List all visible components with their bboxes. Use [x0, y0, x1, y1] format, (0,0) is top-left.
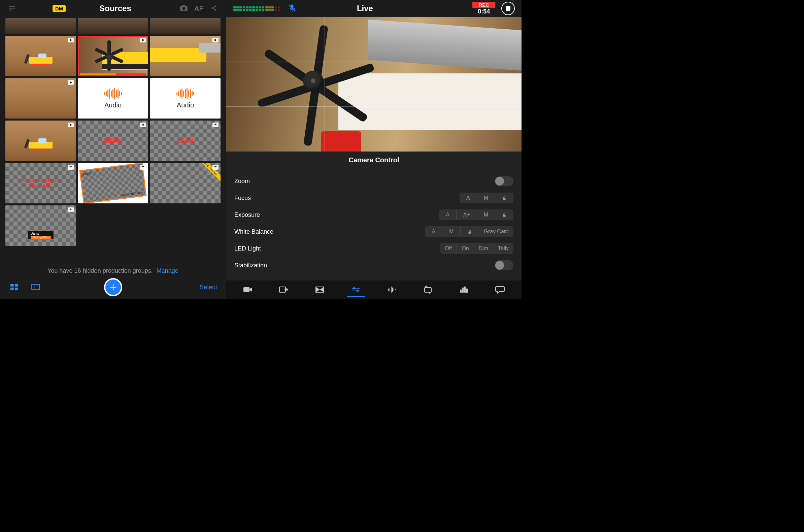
led-segmented[interactable]: Off On Dim Tally	[440, 243, 514, 254]
svg-rect-20	[388, 288, 389, 290]
transition-tab-icon[interactable]	[311, 284, 329, 297]
led-off[interactable]: Off	[440, 243, 457, 254]
source-tile-overlay[interactable]: MEAN	[78, 120, 148, 161]
card-subtitle: Little Lego Plane	[120, 191, 143, 197]
zoom-row: Zoom	[234, 173, 514, 190]
sliders-tab-icon[interactable]	[347, 284, 365, 297]
led-label: LED Light	[234, 245, 440, 252]
svg-rect-24	[394, 288, 394, 291]
autofocus-button[interactable]: AF	[194, 5, 204, 13]
audio-tab-icon[interactable]	[383, 284, 401, 297]
layers-icon	[212, 122, 218, 127]
source-tile-audio[interactable]: Audio	[78, 78, 148, 118]
histogram-tab-icon[interactable]	[455, 284, 473, 297]
play-icon	[140, 38, 146, 42]
zoom-toggle[interactable]	[495, 176, 514, 186]
source-tile[interactable]	[150, 36, 221, 76]
columns-view-icon[interactable]	[30, 282, 41, 293]
wb-lock-icon[interactable]	[460, 226, 479, 237]
rec-time: 0:54	[478, 8, 490, 15]
source-tile[interactable]	[5, 120, 76, 161]
source-tile[interactable]	[78, 18, 148, 34]
exposure-m[interactable]: M	[477, 209, 495, 220]
live-panel: Live REC 0:54 Camera Control Zoom Focus	[226, 0, 521, 299]
exposure-label: Exposure	[234, 211, 439, 218]
svg-rect-29	[464, 287, 466, 292]
focus-manual[interactable]: M	[477, 193, 495, 203]
exposure-a[interactable]: A	[439, 209, 456, 220]
svg-rect-0	[9, 6, 15, 6]
source-tile[interactable]	[150, 18, 221, 34]
add-source-button[interactable]	[104, 278, 122, 296]
camera-controls: Zoom Focus A M Exposure A A+ M	[226, 173, 521, 281]
svg-rect-10	[31, 284, 39, 289]
source-tile[interactable]	[5, 78, 76, 118]
live-preview[interactable]	[226, 17, 521, 152]
layers-icon	[68, 165, 74, 170]
svg-rect-30	[466, 288, 468, 292]
focus-segmented[interactable]: A M	[460, 193, 514, 203]
share-icon[interactable]	[208, 3, 220, 14]
svg-rect-22	[391, 287, 391, 292]
source-tile-selected[interactable]	[78, 36, 148, 76]
svg-rect-26	[424, 288, 431, 292]
sources-title: Sources	[57, 4, 173, 13]
sources-grid[interactable]: Audio Audio MEAN LEA	[0, 17, 226, 262]
source-tile-lowerthird[interactable]: Dan'sLittle Lego Plane	[5, 205, 76, 246]
chat-tab-icon[interactable]	[491, 284, 509, 297]
switch-camera-icon[interactable]	[419, 284, 437, 297]
led-on[interactable]: On	[457, 243, 473, 254]
svg-rect-9	[15, 288, 18, 290]
source-tile-overlay[interactable]: LEAN	[150, 120, 221, 161]
exposure-lock-icon[interactable]	[495, 209, 514, 220]
wb-m[interactable]: M	[442, 226, 460, 237]
grid-view-icon[interactable]	[9, 282, 20, 293]
play-icon	[68, 80, 74, 85]
exposure-row: Exposure A A+ M	[234, 206, 514, 223]
wb-label: White Balance	[234, 228, 425, 235]
svg-point-17	[353, 287, 355, 289]
sources-panel: DM Sources AF	[0, 0, 226, 299]
source-tile-card[interactable]: Dan'sLittle Lego Plane	[78, 163, 148, 203]
play-icon	[212, 38, 218, 42]
exposure-segmented[interactable]: A A+ M	[439, 209, 514, 220]
stabilization-toggle[interactable]	[495, 260, 514, 270]
focus-lock-icon[interactable]	[495, 193, 514, 203]
wb-segmented[interactable]: A M Gray Card	[425, 226, 514, 237]
wb-a[interactable]: A	[425, 226, 442, 237]
wb-graycard[interactable]: Gray Card	[479, 226, 514, 237]
focus-label: Focus	[234, 195, 460, 202]
led-tally[interactable]: Tally	[493, 243, 514, 254]
source-tile-overlay[interactable]: PLASTIC BRICK MACHINE	[5, 163, 76, 203]
focus-auto[interactable]: A	[460, 193, 477, 203]
stop-button[interactable]	[501, 2, 515, 15]
svg-rect-6	[11, 284, 14, 287]
sources-header: DM Sources AF	[0, 0, 226, 17]
layers-icon	[212, 165, 218, 170]
svg-rect-21	[389, 288, 390, 291]
overlay-text: MEAN	[78, 120, 148, 161]
source-tile[interactable]	[5, 18, 76, 34]
source-tile-overlay[interactable]: New & Improved	[150, 163, 221, 203]
play-icon	[68, 122, 74, 127]
svg-rect-25	[395, 289, 396, 290]
svg-rect-8	[11, 288, 14, 290]
source-tile-audio[interactable]: Audio	[150, 78, 221, 118]
svg-rect-28	[462, 288, 464, 292]
output-tab-icon[interactable]	[275, 284, 292, 297]
card-title: Dan's	[82, 171, 91, 176]
preview-caption: Camera Control	[226, 152, 521, 173]
source-tile[interactable]	[5, 36, 76, 76]
stabilization-row: Stabilization	[234, 257, 514, 274]
camera-tab-icon[interactable]	[239, 284, 256, 297]
select-button[interactable]: Select	[199, 284, 217, 291]
play-icon	[68, 38, 74, 42]
led-dim[interactable]: Dim	[474, 243, 493, 254]
menu-icon[interactable]	[6, 3, 18, 14]
manage-link[interactable]: Manage	[156, 267, 178, 274]
exposure-aplus[interactable]: A+	[456, 209, 477, 220]
camera-icon[interactable]	[178, 3, 190, 14]
focus-row: Focus A M	[234, 190, 514, 206]
live-title: Live	[264, 4, 467, 13]
overlay-text: PLASTIC BRICK MACHINE	[5, 163, 76, 203]
